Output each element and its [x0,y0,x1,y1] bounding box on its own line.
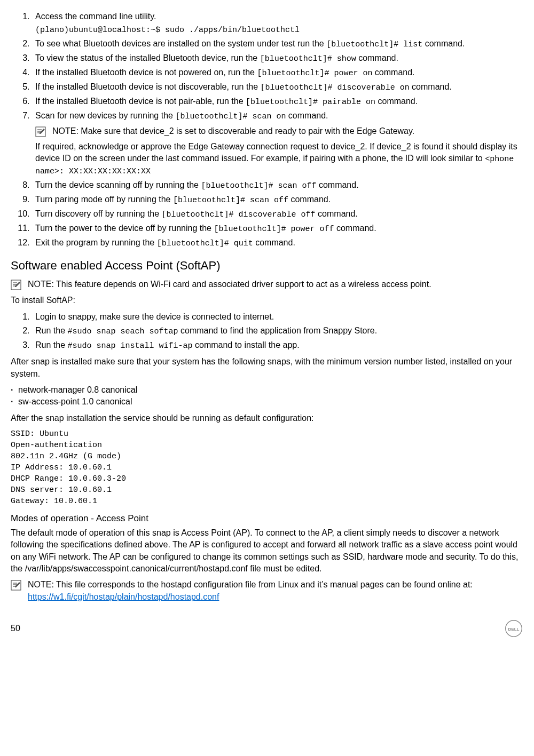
step-code: [bluetoothclt]# scan off [201,181,316,190]
after-install-para: After snap is installed make sure that y… [11,356,523,380]
softap-steps-list: Login to snappy, make sure the device is… [11,311,523,352]
step-code: [bluetoothclt]# quit [157,239,253,248]
softap-step-1: Login to snappy, make sure the device is… [32,311,523,323]
step-5: If the installed Bluetooth device is not… [32,81,523,93]
step-text-pre: Turn the device scanning off by running … [35,180,201,189]
step-code: [bluetoothclt]# discoverable off [162,210,316,219]
step-code: [bluetoothclt]# power off [214,225,334,234]
note-pre: NOTE: This file corresponds to the hosta… [28,580,473,589]
note-text: NOTE: This file corresponds to the hosta… [28,579,523,603]
step-text-post: command. [288,195,331,204]
step-4: If the installed Bluetooth device is not… [32,67,523,79]
step-code: #sudo snap seach softap [67,327,178,336]
bullet-item: sw-access-point 1.0 canonical [18,396,523,408]
bullet-item: network-manager 0.8 canonical [18,384,523,396]
note-icon [11,280,21,290]
step-text-post: command to install the app. [193,340,300,349]
step-text-pre: Run the [35,326,67,335]
step-text-pre: Turn paring mode off by running the [35,195,173,204]
step-1: Access the command line utility. (plano)… [32,11,523,36]
sub-para-text: If required, acknowledge or approve the … [35,142,517,163]
step-code: [bluetoothclt]# power on [257,69,372,78]
page-footer: 50 DELL [11,619,523,638]
step-text-pre: If the installed Bluetooth device is not… [35,68,257,77]
step-text: Access the command line utility. [35,12,156,21]
step-text-pre: Turn discovery off by running the [35,209,162,218]
step-command: (plano)ubuntu@localhost:~$ sudo ./apps/b… [35,25,523,36]
step-10: Turn discovery off by running the [bluet… [32,208,523,220]
config-block: SSID: Ubuntu Open-authentication 802.11n… [11,428,523,507]
step-12: Exit the program by running the [bluetoo… [32,237,523,249]
step-text-post: command. [422,39,465,48]
step-text-pre: Run the [35,340,67,349]
step-text-post: command. [372,68,414,77]
step-3: To view the status of the installed Blue… [32,52,523,65]
softap-heading: Software enabled Access Point (SoftAP) [11,258,523,274]
step-text-pre: To view the status of the installed Blue… [35,53,260,62]
svg-text:DELL: DELL [508,627,519,632]
step-text-pre: Turn the power to the device off by runn… [35,224,214,233]
note-icon [11,580,21,591]
step-text-post: command. [253,238,295,247]
step-8: Turn the device scanning off by running … [32,179,523,192]
modes-para: The default mode of operation of this sn… [11,527,523,575]
step-text-post: command. [356,53,398,62]
step-9: Turn paring mode off by running the [blu… [32,194,523,206]
step-text-post: command. [334,224,376,233]
step-code: [bluetoothclt]# scan on [175,112,286,121]
step-sub-para: If required, acknowledge or approve the … [35,141,523,177]
step-text-post: command. [410,82,452,91]
note-icon [35,126,46,137]
after-snap-para: After the snap installation the service … [11,412,523,424]
step-text-post: command. [375,97,418,106]
note-row: NOTE: This feature depends on Wi-Fi card… [11,278,523,290]
step-code: #sudo snap install wifi-ap [67,341,192,351]
modes-heading: Modes of operation - Access Point [11,512,523,525]
hostapd-link[interactable]: https://w1.fi/cgit/hostap/plain/hostapd/… [28,592,219,601]
step-text-pre: Exit the program by running the [35,238,157,247]
step-text-post: command. [286,111,328,120]
note-text: NOTE: Make sure that device_2 is set to … [52,125,523,137]
step-2: To see what Bluetooth devices are instal… [32,38,523,50]
step-text-post: command. [316,180,358,189]
step-7: Scan for new devices by running the [blu… [32,110,523,177]
step-code: [bluetoothclt]# discoverable on [261,83,410,92]
step-text: Login to snappy, make sure the device is… [35,312,274,321]
softap-step-2: Run the #sudo snap seach softap command … [32,325,523,337]
softap-intro: To install SoftAP: [11,295,523,306]
step-text-pre: If the installed Bluetooth device is not… [35,82,261,91]
bluetooth-steps-list: Access the command line utility. (plano)… [11,11,523,249]
page-number: 50 [11,623,20,634]
dell-logo-icon: DELL [504,619,523,638]
step-text-pre: To see what Bluetooth devices are instal… [35,39,326,48]
note-row: NOTE: Make sure that device_2 is set to … [35,125,523,137]
step-6: If the installed Bluetooth device is not… [32,96,523,108]
step-code: [bluetoothclt]# list [326,40,422,49]
step-text-pre: Scan for new devices by running the [35,111,175,120]
step-text-post: command. [316,209,358,218]
step-code: [bluetoothclt]# pairable on [246,98,375,107]
step-11: Turn the power to the device off by runn… [32,222,523,235]
note-text: NOTE: This feature depends on Wi-Fi card… [28,278,523,290]
note-row: NOTE: This file corresponds to the hosta… [11,579,523,603]
step-code: [bluetoothclt]# scan off [173,196,288,205]
step-text-post: command to find the application from Sna… [178,326,378,335]
step-code: [bluetoothclt]# show [260,54,356,63]
snap-bullets: network-manager 0.8 canonical sw-access-… [11,384,523,408]
softap-step-3: Run the #sudo snap install wifi-ap comma… [32,339,523,352]
step-text-pre: If the installed Bluetooth device is not… [35,97,246,106]
